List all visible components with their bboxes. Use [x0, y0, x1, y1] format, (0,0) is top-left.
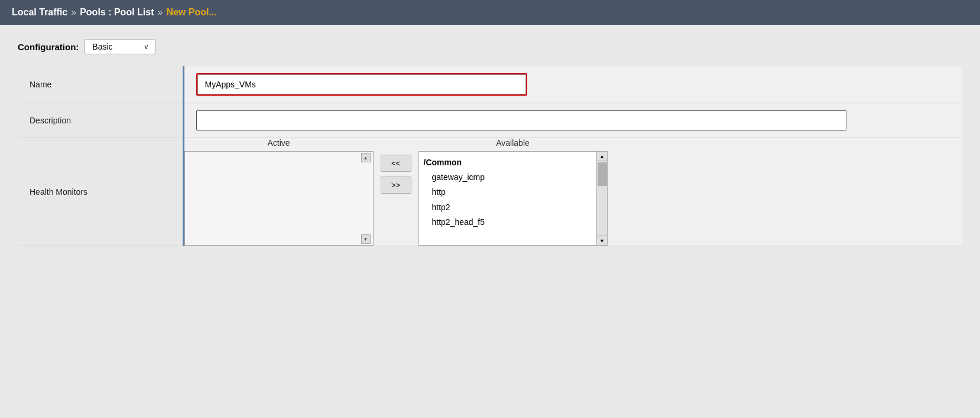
active-scroll-arrows: ▲ ▼ — [361, 152, 372, 245]
available-scroll-up-btn[interactable]: ▲ — [597, 152, 608, 161]
header-bar: Local Traffic » Pools : Pool List » New … — [0, 0, 980, 25]
name-field-cell — [183, 66, 962, 103]
active-header: Active — [184, 138, 374, 148]
form-table: Name Description Health Monitors Active — [18, 66, 962, 246]
active-column: Active ▲ ▼ — [184, 138, 374, 246]
configuration-select[interactable]: Basic ∨ — [85, 39, 155, 54]
configuration-row: Configuration: Basic ∨ — [18, 39, 962, 54]
move-right-button[interactable]: >> — [381, 177, 411, 194]
description-row: Description — [18, 103, 962, 138]
active-listbox-content — [185, 152, 373, 245]
configuration-select-value: Basic — [92, 42, 132, 51]
breadcrumb-part2: Pools : Pool List — [80, 7, 154, 18]
health-monitors-cell: Active ▲ ▼ << >> — [183, 138, 962, 246]
description-label: Description — [18, 103, 183, 138]
breadcrumb-sep1: » — [71, 7, 76, 18]
available-item-http2[interactable]: http2 — [424, 200, 602, 215]
available-listbox[interactable]: /Common gateway_icmp http http2 http2_he… — [418, 151, 608, 246]
breadcrumb-part1: Local Traffic — [12, 7, 67, 18]
active-scroll-down-btn[interactable]: ▼ — [361, 234, 371, 244]
available-group-common: /Common — [424, 155, 602, 170]
available-header: Available — [418, 138, 608, 148]
available-item-gateway-icmp[interactable]: gateway_icmp — [424, 170, 602, 185]
chevron-down-icon: ∨ — [144, 43, 149, 51]
description-input[interactable] — [196, 110, 846, 130]
move-left-button[interactable]: << — [381, 155, 411, 172]
breadcrumb-current: New Pool... — [166, 7, 216, 18]
available-item-http[interactable]: http — [424, 185, 602, 200]
available-scrollbar: ▲ ▼ — [596, 152, 607, 245]
available-scroll-down-btn[interactable]: ▼ — [597, 236, 608, 245]
health-monitors-columns: Active ▲ ▼ << >> — [184, 138, 963, 246]
breadcrumb-sep2: » — [158, 7, 163, 18]
available-listbox-content: /Common gateway_icmp http http2 http2_he… — [419, 152, 607, 233]
health-monitors-label: Health Monitors — [18, 138, 183, 246]
active-scroll-up-btn[interactable]: ▲ — [361, 153, 371, 162]
configuration-label: Configuration: — [18, 42, 79, 52]
health-monitors-row: Health Monitors Active ▲ ▼ — [18, 138, 962, 246]
active-listbox[interactable]: ▲ ▼ — [184, 151, 374, 246]
description-field-cell — [183, 103, 962, 138]
name-input-highlight — [196, 73, 527, 96]
move-buttons: << >> — [374, 155, 418, 194]
name-label: Name — [18, 66, 183, 103]
available-item-http2-head-f5[interactable]: http2_head_f5 — [424, 215, 602, 230]
available-scroll-thumb — [598, 162, 607, 186]
available-column: Available /Common gateway_icmp http http… — [418, 138, 608, 246]
name-input[interactable] — [197, 74, 526, 94]
main-content: Configuration: Basic ∨ Name Description … — [0, 25, 980, 260]
name-row: Name — [18, 66, 962, 103]
